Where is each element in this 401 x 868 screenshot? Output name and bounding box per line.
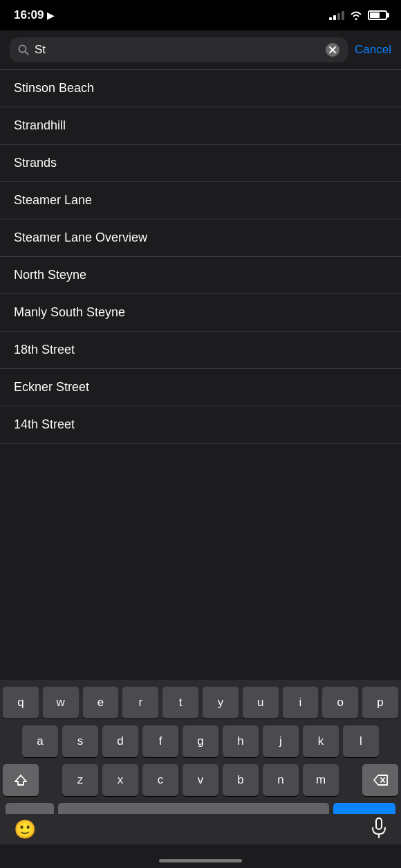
key-d[interactable]: d (102, 725, 138, 757)
svg-line-1 (26, 52, 28, 55)
result-item[interactable]: North Steyne (0, 257, 401, 294)
key-b[interactable]: b (223, 764, 259, 796)
cancel-button[interactable]: Cancel (355, 43, 391, 57)
result-item[interactable]: Manly South Steyne (0, 294, 401, 332)
keyboard-row-3: zxcvbnm (3, 764, 398, 796)
shift-icon (14, 773, 28, 787)
key-r[interactable]: r (122, 687, 158, 718)
result-item[interactable]: Stinson Beach (0, 70, 401, 107)
key-z[interactable]: z (62, 764, 98, 796)
result-item[interactable]: Strands (0, 145, 401, 182)
svg-rect-7 (376, 818, 382, 829)
location-icon: ▶ (47, 10, 54, 21)
search-input[interactable] (35, 43, 320, 57)
status-time: 16:09 ▶ (14, 8, 54, 22)
wifi-icon (350, 10, 362, 20)
delete-icon (373, 775, 388, 786)
result-item[interactable]: Eckner Street (0, 369, 401, 406)
result-item[interactable]: 18th Street (0, 332, 401, 369)
key-s[interactable]: s (62, 725, 98, 757)
key-g[interactable]: g (183, 725, 218, 757)
key-p[interactable]: p (362, 687, 398, 718)
key-n[interactable]: n (263, 764, 299, 796)
search-icon (18, 44, 29, 55)
shift-key[interactable] (3, 764, 39, 796)
result-item[interactable]: 14th Street (0, 406, 401, 444)
key-a[interactable]: a (22, 725, 58, 757)
key-f[interactable]: f (142, 725, 178, 757)
keyboard-row-2: asdfghjkl (3, 725, 398, 757)
clear-button[interactable] (326, 43, 339, 57)
key-j[interactable]: j (263, 725, 299, 757)
key-e[interactable]: e (83, 687, 119, 718)
battery-icon (368, 10, 387, 20)
key-k[interactable]: k (303, 725, 339, 757)
result-item[interactable]: Steamer Lane Overview (0, 219, 401, 257)
microphone-button[interactable] (371, 817, 387, 841)
keyboard-row-1: qwertyuiop (3, 687, 398, 718)
key-o[interactable]: o (322, 687, 358, 718)
clear-icon (329, 46, 336, 53)
key-l[interactable]: l (343, 725, 379, 757)
emoji-mic-row: 🙂 (0, 814, 401, 844)
result-item[interactable]: Strandhill (0, 107, 401, 145)
emoji-button[interactable]: 🙂 (14, 819, 36, 840)
key-i[interactable]: i (283, 687, 319, 718)
key-x[interactable]: x (102, 764, 138, 796)
home-indicator (159, 859, 242, 862)
key-m[interactable]: m (303, 764, 339, 796)
key-w[interactable]: w (43, 687, 79, 718)
signal-icon (329, 10, 344, 20)
svg-marker-4 (15, 775, 26, 785)
results-list: Stinson BeachStrandhillStrandsSteamer La… (0, 70, 401, 444)
search-bar: Cancel (0, 30, 401, 70)
result-item[interactable]: Steamer Lane (0, 182, 401, 219)
key-t[interactable]: t (162, 687, 198, 718)
search-input-wrapper[interactable] (10, 37, 348, 62)
status-bar: 16:09 ▶ (0, 0, 401, 30)
key-h[interactable]: h (223, 725, 259, 757)
time-label: 16:09 (14, 8, 44, 22)
key-c[interactable]: c (142, 764, 178, 796)
delete-key[interactable] (362, 764, 398, 796)
key-y[interactable]: y (203, 687, 239, 718)
key-u[interactable]: u (243, 687, 279, 718)
microphone-icon (371, 817, 387, 838)
key-q[interactable]: q (3, 687, 39, 718)
status-icons (329, 10, 387, 20)
key-v[interactable]: v (183, 764, 218, 796)
